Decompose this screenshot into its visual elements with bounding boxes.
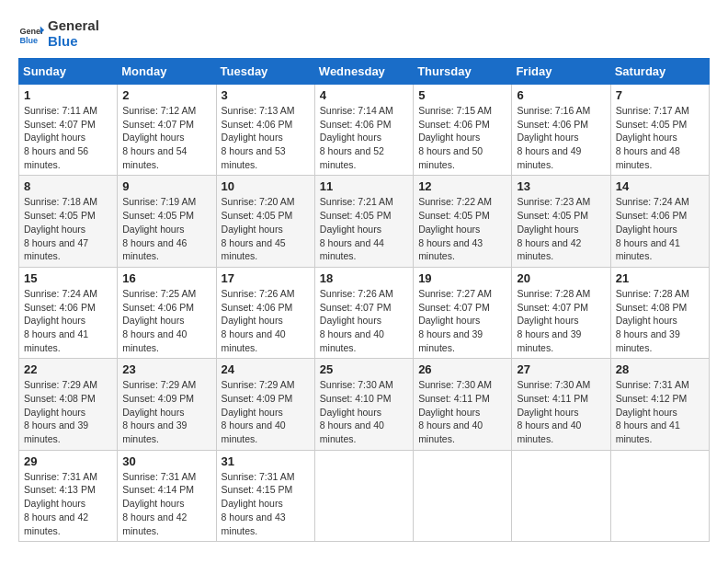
- day-info: Sunrise: 7:24 AM Sunset: 4:06 PM Dayligh…: [24, 287, 112, 354]
- day-cell: 5 Sunrise: 7:15 AM Sunset: 4:06 PM Dayli…: [414, 85, 512, 176]
- day-cell: 26 Sunrise: 7:30 AM Sunset: 4:11 PM Dayl…: [414, 359, 512, 450]
- day-info: Sunrise: 7:17 AM Sunset: 4:05 PM Dayligh…: [616, 104, 704, 171]
- day-info: Sunrise: 7:26 AM Sunset: 4:07 PM Dayligh…: [320, 287, 408, 354]
- day-number: 18: [320, 271, 408, 285]
- header-wednesday: Wednesday: [314, 59, 413, 85]
- day-info: Sunrise: 7:15 AM Sunset: 4:06 PM Dayligh…: [418, 104, 506, 171]
- day-cell: 4 Sunrise: 7:14 AM Sunset: 4:06 PM Dayli…: [314, 85, 413, 176]
- week-row-3: 15 Sunrise: 7:24 AM Sunset: 4:06 PM Dayl…: [19, 267, 710, 358]
- week-row-5: 29 Sunrise: 7:31 AM Sunset: 4:13 PM Dayl…: [19, 450, 710, 541]
- day-info: Sunrise: 7:28 AM Sunset: 4:07 PM Dayligh…: [517, 287, 605, 354]
- day-number: 17: [222, 271, 310, 285]
- day-info: Sunrise: 7:31 AM Sunset: 4:14 PM Dayligh…: [122, 470, 210, 537]
- day-number: 11: [320, 179, 408, 193]
- day-cell: 20 Sunrise: 7:28 AM Sunset: 4:07 PM Dayl…: [512, 267, 610, 358]
- day-info: Sunrise: 7:18 AM Sunset: 4:05 PM Dayligh…: [24, 195, 112, 262]
- day-cell: 14 Sunrise: 7:24 AM Sunset: 4:06 PM Dayl…: [610, 176, 709, 267]
- day-info: Sunrise: 7:31 AM Sunset: 4:13 PM Dayligh…: [24, 470, 112, 537]
- day-number: 25: [320, 362, 408, 376]
- day-info: Sunrise: 7:19 AM Sunset: 4:05 PM Dayligh…: [122, 195, 210, 262]
- day-number: 4: [320, 88, 408, 102]
- week-row-1: 1 Sunrise: 7:11 AM Sunset: 4:07 PM Dayli…: [19, 85, 710, 176]
- day-info: Sunrise: 7:13 AM Sunset: 4:06 PM Dayligh…: [222, 104, 310, 171]
- day-cell: 15 Sunrise: 7:24 AM Sunset: 4:06 PM Dayl…: [19, 267, 118, 358]
- day-cell: 19 Sunrise: 7:27 AM Sunset: 4:07 PM Dayl…: [414, 267, 512, 358]
- day-cell: [610, 450, 709, 541]
- header-tuesday: Tuesday: [216, 59, 314, 85]
- day-cell: 13 Sunrise: 7:23 AM Sunset: 4:05 PM Dayl…: [512, 176, 610, 267]
- day-cell: [512, 450, 610, 541]
- day-info: Sunrise: 7:28 AM Sunset: 4:08 PM Dayligh…: [616, 287, 704, 354]
- day-info: Sunrise: 7:27 AM Sunset: 4:07 PM Dayligh…: [418, 287, 506, 354]
- day-info: Sunrise: 7:30 AM Sunset: 4:11 PM Dayligh…: [517, 378, 605, 445]
- header: General Blue General Blue: [18, 18, 710, 49]
- header-thursday: Thursday: [414, 59, 512, 85]
- day-info: Sunrise: 7:30 AM Sunset: 4:10 PM Dayligh…: [320, 378, 408, 445]
- header-friday: Friday: [512, 59, 610, 85]
- day-info: Sunrise: 7:30 AM Sunset: 4:11 PM Dayligh…: [418, 378, 506, 445]
- day-info: Sunrise: 7:11 AM Sunset: 4:07 PM Dayligh…: [24, 104, 112, 171]
- day-number: 2: [122, 88, 210, 102]
- day-number: 27: [517, 362, 605, 376]
- calendar-body: 1 Sunrise: 7:11 AM Sunset: 4:07 PM Dayli…: [19, 85, 710, 542]
- logo-icon: General Blue: [18, 21, 44, 47]
- day-number: 13: [517, 179, 605, 193]
- header-monday: Monday: [118, 59, 216, 85]
- day-cell: 18 Sunrise: 7:26 AM Sunset: 4:07 PM Dayl…: [314, 267, 413, 358]
- day-number: 30: [122, 454, 210, 468]
- day-number: 12: [418, 179, 506, 193]
- day-number: 14: [616, 179, 704, 193]
- day-cell: 7 Sunrise: 7:17 AM Sunset: 4:05 PM Dayli…: [610, 85, 709, 176]
- day-info: Sunrise: 7:22 AM Sunset: 4:05 PM Dayligh…: [418, 195, 506, 262]
- day-info: Sunrise: 7:29 AM Sunset: 4:09 PM Dayligh…: [222, 378, 310, 445]
- day-number: 24: [222, 362, 310, 376]
- day-number: 5: [418, 88, 506, 102]
- day-info: Sunrise: 7:21 AM Sunset: 4:05 PM Dayligh…: [320, 195, 408, 262]
- day-cell: 24 Sunrise: 7:29 AM Sunset: 4:09 PM Dayl…: [216, 359, 314, 450]
- day-number: 29: [24, 454, 112, 468]
- day-info: Sunrise: 7:31 AM Sunset: 4:12 PM Dayligh…: [616, 378, 704, 445]
- day-number: 6: [517, 88, 605, 102]
- day-info: Sunrise: 7:31 AM Sunset: 4:15 PM Dayligh…: [222, 470, 310, 537]
- day-cell: 8 Sunrise: 7:18 AM Sunset: 4:05 PM Dayli…: [19, 176, 118, 267]
- day-info: Sunrise: 7:12 AM Sunset: 4:07 PM Dayligh…: [122, 104, 210, 171]
- header-sunday: Sunday: [19, 59, 118, 85]
- day-number: 15: [24, 271, 112, 285]
- day-number: 23: [122, 362, 210, 376]
- day-info: Sunrise: 7:14 AM Sunset: 4:06 PM Dayligh…: [320, 104, 408, 171]
- day-cell: 11 Sunrise: 7:21 AM Sunset: 4:05 PM Dayl…: [314, 176, 413, 267]
- day-cell: 12 Sunrise: 7:22 AM Sunset: 4:05 PM Dayl…: [414, 176, 512, 267]
- day-cell: 9 Sunrise: 7:19 AM Sunset: 4:05 PM Dayli…: [118, 176, 216, 267]
- day-number: 22: [24, 362, 112, 376]
- week-row-4: 22 Sunrise: 7:29 AM Sunset: 4:08 PM Dayl…: [19, 359, 710, 450]
- day-number: 21: [616, 271, 704, 285]
- day-cell: 1 Sunrise: 7:11 AM Sunset: 4:07 PM Dayli…: [19, 85, 118, 176]
- day-number: 20: [517, 271, 605, 285]
- day-number: 31: [222, 454, 310, 468]
- day-cell: 2 Sunrise: 7:12 AM Sunset: 4:07 PM Dayli…: [118, 85, 216, 176]
- week-row-2: 8 Sunrise: 7:18 AM Sunset: 4:05 PM Dayli…: [19, 176, 710, 267]
- calendar-header: SundayMondayTuesdayWednesdayThursdayFrid…: [19, 59, 710, 85]
- day-number: 16: [122, 271, 210, 285]
- day-cell: 16 Sunrise: 7:25 AM Sunset: 4:06 PM Dayl…: [118, 267, 216, 358]
- svg-text:Blue: Blue: [19, 35, 38, 44]
- day-cell: [314, 450, 413, 541]
- logo-blue: Blue: [48, 34, 99, 50]
- logo: General Blue General Blue: [18, 18, 99, 49]
- header-saturday: Saturday: [610, 59, 709, 85]
- day-cell: [414, 450, 512, 541]
- day-number: 7: [616, 88, 704, 102]
- day-cell: 29 Sunrise: 7:31 AM Sunset: 4:13 PM Dayl…: [19, 450, 118, 541]
- day-info: Sunrise: 7:16 AM Sunset: 4:06 PM Dayligh…: [517, 104, 605, 171]
- day-info: Sunrise: 7:23 AM Sunset: 4:05 PM Dayligh…: [517, 195, 605, 262]
- day-cell: 22 Sunrise: 7:29 AM Sunset: 4:08 PM Dayl…: [19, 359, 118, 450]
- day-info: Sunrise: 7:25 AM Sunset: 4:06 PM Dayligh…: [122, 287, 210, 354]
- day-cell: 6 Sunrise: 7:16 AM Sunset: 4:06 PM Dayli…: [512, 85, 610, 176]
- day-number: 8: [24, 179, 112, 193]
- day-number: 3: [222, 88, 310, 102]
- day-number: 10: [222, 179, 310, 193]
- day-info: Sunrise: 7:24 AM Sunset: 4:06 PM Dayligh…: [616, 195, 704, 262]
- day-cell: 17 Sunrise: 7:26 AM Sunset: 4:06 PM Dayl…: [216, 267, 314, 358]
- day-cell: 3 Sunrise: 7:13 AM Sunset: 4:06 PM Dayli…: [216, 85, 314, 176]
- day-cell: 27 Sunrise: 7:30 AM Sunset: 4:11 PM Dayl…: [512, 359, 610, 450]
